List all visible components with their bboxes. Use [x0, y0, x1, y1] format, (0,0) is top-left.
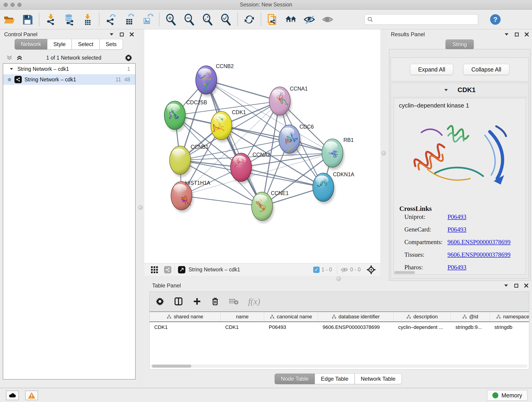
float-panel-icon[interactable] — [514, 284, 518, 288]
collection-expander-icon[interactable] — [10, 68, 13, 70]
table-cell[interactable]: CDK1 — [221, 324, 264, 330]
collapse-all-button[interactable]: Collapse All — [463, 64, 509, 75]
node-CDC25B[interactable]: CDC25B — [164, 99, 207, 132]
scrollbar-thumb[interactable] — [152, 365, 191, 368]
splitter-handle[interactable] — [381, 151, 386, 155]
tab-node-table[interactable]: Node Table — [275, 374, 315, 384]
apply-layout-button[interactable] — [243, 13, 255, 26]
column-header-name[interactable]: name — [221, 312, 264, 322]
first-neighbors-button[interactable] — [285, 13, 297, 26]
memory-button[interactable]: Memory — [487, 390, 527, 401]
table-row[interactable]: CDK1CDK1P064939606.ENSP00000378699cyclin… — [150, 322, 529, 332]
birds-eye-view-icon[interactable] — [178, 266, 185, 274]
node-CDC6[interactable]: CDC6 — [279, 124, 314, 156]
zoom-fit-button[interactable] — [202, 13, 214, 26]
export-image-button[interactable] — [142, 13, 153, 26]
node-CCNB1[interactable]: CCNB1 — [170, 144, 209, 177]
import-network-database-button[interactable] — [63, 13, 75, 26]
delete-column-icon[interactable] — [211, 297, 219, 306]
crosslink-link[interactable]: P06493 — [447, 264, 467, 271]
splitter-handle[interactable] — [138, 205, 143, 210]
panel-menu-icon[interactable] — [504, 284, 508, 287]
network-row[interactable]: String Network – cdk1 11 48 — [3, 74, 135, 85]
node-CCNA1[interactable]: CCNA1 — [269, 86, 308, 118]
node-HIST1H1A[interactable]: HIST1H1A — [171, 180, 210, 212]
tab-sets[interactable]: Sets — [99, 39, 123, 50]
zoom-out-button[interactable] — [183, 13, 195, 26]
crosslink-link[interactable]: 9606.ENSP00000378699 — [447, 239, 510, 246]
close-panel-icon[interactable] — [130, 32, 134, 36]
export-network-button[interactable] — [105, 13, 117, 26]
grid-view-icon[interactable] — [150, 266, 158, 274]
edge-HIST1H1A-CCNE1[interactable] — [181, 196, 262, 206]
right-splitter[interactable] — [380, 29, 387, 276]
expand-all-button[interactable]: Expand All — [410, 64, 453, 75]
table-cell[interactable]: cyclin–dependent ... — [394, 324, 451, 330]
gene-section-header[interactable]: CDK1 — [391, 83, 529, 97]
tab-network[interactable]: Network — [15, 39, 47, 50]
tab-network-table[interactable]: Network Table — [355, 374, 402, 384]
node-CCNE1[interactable]: CCNE1 — [252, 190, 289, 223]
crosslink-link[interactable]: 9606.ENSP00000378699 — [447, 251, 510, 258]
collapse-all-icon[interactable] — [6, 55, 13, 61]
edge-CCNB2-CCNE1[interactable] — [206, 80, 262, 206]
column-header-namespace[interactable]: namespace — [490, 312, 529, 322]
panel-menu-icon[interactable] — [110, 33, 114, 36]
left-splitter[interactable] — [137, 29, 144, 388]
splitter-handle[interactable] — [336, 276, 341, 281]
zoom-selected-button[interactable] — [220, 13, 232, 26]
column-header-description[interactable]: description — [394, 312, 451, 322]
zoom-in-button[interactable] — [165, 13, 177, 26]
cloud-button[interactable] — [6, 390, 19, 400]
table-cell[interactable]: P06493 — [264, 324, 318, 330]
selected-nodes-checkbox[interactable]: ✓ — [313, 267, 320, 273]
import-network-file-button[interactable] — [45, 13, 57, 26]
import-table-file-button[interactable] — [82, 13, 94, 26]
export-table-button[interactable] — [123, 13, 135, 26]
table-gear-icon[interactable] — [156, 297, 164, 306]
panel-menu-icon[interactable] — [505, 33, 508, 36]
open-session-button[interactable] — [3, 13, 15, 26]
table-cell[interactable]: stringdb:9... — [451, 324, 490, 330]
float-panel-icon[interactable] — [120, 32, 124, 36]
tab-edge-table[interactable]: Edge Table — [315, 374, 355, 384]
node-CDKN1A[interactable]: CDKN1A — [313, 172, 355, 204]
fit-selected-crosshair-icon[interactable] — [366, 265, 376, 275]
column-header-database-identifier[interactable]: database identifier — [318, 312, 394, 322]
warnings-button[interactable] — [25, 390, 38, 400]
search-input[interactable] — [375, 17, 475, 22]
network-collection-row[interactable]: String Network – cdk1 1 — [3, 64, 135, 74]
tab-select[interactable]: Select — [72, 39, 99, 50]
node-RB1[interactable]: RB1 — [322, 137, 354, 170]
table-cell[interactable]: CDK1 — [150, 324, 221, 330]
close-panel-icon[interactable] — [525, 32, 529, 36]
expand-all-icon[interactable] — [16, 55, 23, 61]
crosslink-link[interactable]: P06493 — [447, 226, 467, 233]
column-header-@id[interactable]: @id — [451, 312, 490, 322]
crosslink-link[interactable]: P06493 — [447, 213, 467, 220]
save-session-button[interactable] — [22, 13, 33, 26]
network-share-icon[interactable] — [164, 266, 171, 274]
node-CCNB2[interactable]: CCNB2 — [196, 63, 234, 97]
hide-selected-button[interactable] — [303, 13, 315, 26]
gene-expander-icon[interactable] — [444, 89, 448, 91]
close-panel-icon[interactable] — [524, 283, 528, 288]
string-network-graph[interactable]: CCNB2CCNA1CDC25BCDK1CDC6RB1CCNB1CCNA2CDK… — [144, 29, 380, 263]
results-scrollbar-thumb[interactable] — [394, 271, 415, 274]
column-header-canonical-name[interactable]: canonical name — [264, 312, 318, 322]
column-header-shared-name[interactable]: shared name — [150, 312, 221, 322]
table-cell[interactable]: stringdb — [490, 324, 529, 330]
show-columns-icon[interactable] — [174, 297, 183, 306]
tab-string[interactable]: String — [446, 39, 474, 50]
show-all-button[interactable] — [322, 13, 334, 26]
tab-style[interactable]: Style — [47, 39, 72, 50]
table-cell[interactable]: 9606.ENSP00000378699 — [318, 324, 394, 330]
search-field[interactable] — [364, 14, 478, 25]
clone-network-button[interactable] — [267, 13, 279, 26]
table-horizontal-scrollbar[interactable] — [151, 364, 528, 368]
help-button[interactable]: ? — [490, 14, 500, 25]
network-canvas[interactable]: CCNB2CCNA1CDC25BCDK1CDC6RB1CCNB1CCNA2CDK… — [144, 29, 380, 263]
add-column-icon[interactable] — [193, 297, 201, 306]
gear-icon[interactable] — [125, 54, 133, 62]
float-panel-icon[interactable] — [515, 32, 519, 36]
